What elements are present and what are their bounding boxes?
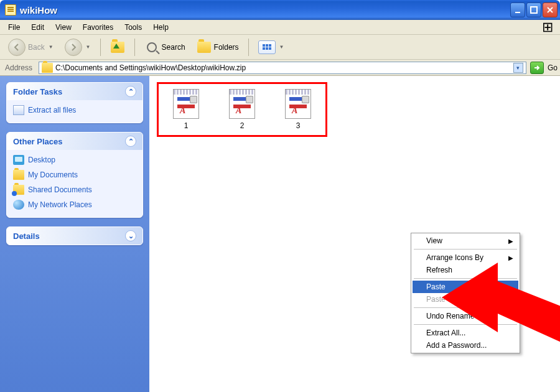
menu-favorites[interactable]: Favorites	[77, 21, 119, 34]
link-my-network-places[interactable]: My Network Places	[13, 200, 136, 210]
network-places-icon	[13, 200, 24, 210]
menu-bar: File Edit View Favorites Tools Help ⊞	[0, 20, 560, 35]
document-icon: A	[285, 89, 311, 119]
window-buttons	[510, 2, 560, 17]
link-my-documents[interactable]: My Documents	[13, 170, 136, 180]
toolbar: Back ▼ ▼ Search Folders ▼	[0, 35, 560, 60]
address-dropdown-button[interactable]: ▾	[513, 63, 523, 73]
file-item[interactable]: A 3	[279, 89, 317, 130]
ctx-arrange-label: Arrange Icons By	[426, 253, 483, 262]
link-desktop-label: Desktop	[28, 156, 55, 164]
link-my-network-places-label: My Network Places	[28, 200, 92, 209]
close-button[interactable]	[543, 2, 558, 17]
ctx-extract-all[interactable]: Extract All...	[413, 327, 518, 339]
window-title: wikiHow	[20, 5, 57, 16]
content-area[interactable]: A 1 A 2 A 3 View Arrange Icons By Refres…	[149, 76, 560, 392]
ctx-extract-label: Extract All...	[426, 329, 465, 337]
shared-documents-icon	[13, 185, 24, 195]
panel-details-header[interactable]: Details ⌄	[7, 227, 142, 245]
panel-other-places: Other Places ⌃ Desktop My Documents Shar…	[6, 132, 143, 218]
minimize-button[interactable]	[510, 2, 525, 17]
address-field[interactable]: C:\Documents and Settings\wikiHow\Deskto…	[39, 62, 526, 74]
menu-tools[interactable]: Tools	[119, 21, 147, 34]
lock-icon	[190, 96, 197, 103]
go-label: Go	[548, 63, 558, 72]
panel-details: Details ⌄	[6, 226, 143, 245]
ctx-add-password[interactable]: Add a Password...	[413, 339, 518, 352]
ctx-separator	[414, 324, 517, 325]
ctx-separator	[414, 249, 517, 250]
ctx-paste-shortcut: Paste Shortcut	[413, 293, 518, 306]
panel-other-places-header[interactable]: Other Places ⌃	[7, 133, 142, 150]
folders-label: Folders	[214, 43, 239, 52]
go-arrow-icon	[533, 64, 541, 72]
file-selection-highlight: A 1 A 2 A 3	[157, 82, 327, 137]
ctx-refresh-label: Refresh	[426, 266, 452, 274]
ctx-view-label: View	[426, 236, 442, 245]
ctx-paste-label: Paste	[426, 282, 446, 291]
file-label: 2	[240, 121, 245, 130]
views-button[interactable]: ▼	[254, 38, 289, 57]
ctx-arrange-icons-by[interactable]: Arrange Icons By	[413, 251, 518, 264]
search-button[interactable]: Search	[140, 37, 190, 57]
go-button[interactable]	[530, 62, 544, 74]
views-dropdown-icon[interactable]: ▼	[279, 44, 284, 50]
menu-help[interactable]: Help	[147, 21, 174, 34]
ctx-separator	[414, 307, 517, 308]
toolbar-separator	[100, 39, 101, 56]
search-label: Search	[162, 43, 185, 52]
file-item[interactable]: A 1	[167, 89, 205, 130]
window-icon	[5, 4, 16, 16]
title-bar: wikiHow	[0, 0, 560, 20]
ctx-paste[interactable]: Paste	[413, 281, 518, 293]
file-label: 3	[296, 121, 301, 130]
minimize-icon	[514, 6, 521, 14]
forward-button[interactable]: ▼	[60, 36, 95, 58]
maximize-button[interactable]	[526, 2, 541, 17]
panel-folder-tasks-title: Folder Tasks	[13, 87, 62, 96]
ctx-separator	[414, 278, 517, 279]
file-label: 1	[184, 121, 189, 130]
expand-icon: ⌄	[125, 230, 136, 241]
search-icon	[144, 40, 159, 55]
back-icon	[8, 39, 26, 56]
menu-view[interactable]: View	[50, 21, 77, 34]
toolbar-separator	[134, 39, 135, 56]
collapse-icon: ⌃	[125, 86, 136, 97]
folders-button[interactable]: Folders	[192, 37, 243, 57]
panel-other-places-title: Other Places	[13, 137, 63, 146]
context-menu: View Arrange Icons By Refresh Paste Past…	[411, 233, 520, 353]
my-documents-icon	[13, 170, 24, 180]
close-icon	[546, 6, 554, 14]
collapse-icon: ⌃	[125, 136, 136, 147]
panel-details-title: Details	[13, 231, 40, 241]
file-item[interactable]: A 2	[223, 89, 261, 130]
ctx-refresh[interactable]: Refresh	[413, 264, 518, 276]
up-folder-icon	[110, 40, 125, 55]
menu-edit[interactable]: Edit	[26, 21, 50, 34]
link-desktop[interactable]: Desktop	[13, 155, 136, 165]
windows-logo-icon: ⊞	[536, 19, 559, 36]
link-extract-label: Extract all files	[28, 106, 76, 114]
forward-dropdown-icon[interactable]: ▼	[86, 44, 91, 50]
svg-rect-0	[515, 12, 520, 13]
link-shared-documents[interactable]: Shared Documents	[13, 185, 136, 195]
ctx-undo-label: Undo Rename	[426, 312, 474, 320]
up-button[interactable]	[106, 37, 129, 57]
folders-icon	[197, 40, 212, 55]
back-dropdown-icon[interactable]: ▼	[49, 44, 54, 50]
ctx-undo-rename[interactable]: Undo Rename	[413, 310, 518, 322]
link-extract-all-files[interactable]: Extract all files	[13, 105, 136, 115]
explorer-body: Folder Tasks ⌃ Extract all files Other P…	[0, 76, 560, 392]
sidebar: Folder Tasks ⌃ Extract all files Other P…	[0, 76, 149, 392]
ctx-view[interactable]: View	[413, 235, 518, 247]
address-folder-icon	[42, 63, 53, 73]
panel-folder-tasks-header[interactable]: Folder Tasks ⌃	[7, 83, 142, 100]
back-button[interactable]: Back ▼	[4, 36, 58, 58]
lock-icon	[302, 96, 309, 103]
lock-icon	[246, 96, 253, 103]
menu-file[interactable]: File	[2, 21, 26, 34]
ctx-password-label: Add a Password...	[426, 341, 487, 350]
link-shared-documents-label: Shared Documents	[28, 185, 92, 194]
back-label: Back	[28, 43, 45, 52]
